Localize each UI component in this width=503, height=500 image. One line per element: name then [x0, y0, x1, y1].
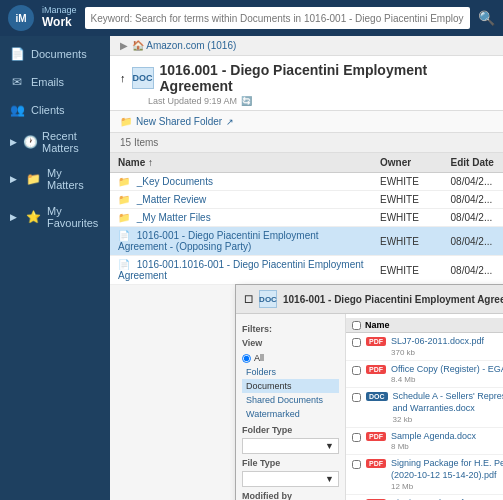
owner-cell: EWHITE	[372, 256, 443, 285]
file-type-dropdown[interactable]: ▼	[242, 471, 339, 487]
table-row[interactable]: 📁 _My Matter Files EWHITE 08/04/2...	[110, 209, 503, 227]
popup-body: Filters: View All Folders Documents Shar…	[236, 314, 503, 500]
name-col-header: Name	[365, 320, 390, 330]
doc-subtitle: Last Updated 9:19 AM 🔄	[148, 96, 493, 106]
owner-cell: EWHITE	[372, 191, 443, 209]
external-link-icon: ↗	[226, 117, 234, 127]
popup-file-name: Signing Package for H.E. Pennypacker (20…	[391, 458, 503, 481]
new-folder-icon: 📁	[120, 116, 132, 127]
my-favourites-icon: ⭐	[26, 210, 40, 224]
file-detail-popup: ☐ DOC 1016-001 - Diego Piacentini Employ…	[235, 284, 503, 500]
file-checkbox[interactable]	[352, 393, 361, 402]
filter-label: Filters:	[242, 324, 339, 334]
folder-icon: 📁	[118, 194, 130, 205]
popup-checkbox[interactable]: ☐	[244, 294, 253, 305]
owner-cell: EWHITE	[372, 227, 443, 256]
list-item[interactable]: PDF Signing Package for H.E. Pennypacker…	[346, 455, 503, 494]
popup-file-name: SLJ7-06-2011.docx.pdf	[391, 336, 484, 348]
filter-shared-docs[interactable]: Shared Documents	[242, 393, 339, 407]
date-cell: 08/04/2...	[443, 256, 503, 285]
popup-file-name: Schedule A - Sellers' Representations an…	[393, 391, 503, 414]
back-arrow[interactable]: ↑	[120, 72, 126, 84]
popup-file-items-container: PDF SLJ7-06-2011.docx.pdf 370 kb PDF Off…	[346, 333, 503, 500]
file-name[interactable]: _My Matter Files	[137, 212, 211, 223]
topbar: iM iManage Work 🔍	[0, 0, 503, 36]
breadcrumb-arrow: ▶	[120, 40, 128, 51]
recent-matters-icon: 🕐	[23, 135, 38, 149]
doc-title: 1016.001 - Diego Piacentini Employment A…	[160, 62, 494, 94]
table-row[interactable]: 📄 1016-001 - Diego Piacentini Employment…	[110, 227, 503, 256]
sidebar-item-recent-matters[interactable]: ▶ 🕐 Recent Matters	[0, 124, 110, 160]
filter-folders[interactable]: Folders	[242, 365, 339, 379]
filter-watermarked[interactable]: Watermarked	[242, 407, 339, 421]
table-row[interactable]: 📁 _Key Documents EWHITE 08/04/2...	[110, 173, 503, 191]
refresh-icon[interactable]: 🔄	[241, 96, 252, 106]
col-header-owner[interactable]: Owner	[372, 153, 443, 173]
table-row[interactable]: 📁 _Matter Review EWHITE 08/04/2...	[110, 191, 503, 209]
filter-radio-all[interactable]	[242, 354, 251, 363]
document-header: ↑ DOC 1016.001 - Diego Piacentini Employ…	[110, 56, 503, 111]
doc-icon: DOC	[132, 67, 154, 89]
popup-file-size: 8.4 Mb	[391, 375, 503, 384]
owner-cell: EWHITE	[372, 173, 443, 191]
new-shared-folder-button[interactable]: 📁 New Shared Folder ↗	[120, 116, 234, 127]
date-cell: 08/04/2...	[443, 173, 503, 191]
col-header-date[interactable]: Edit Date	[443, 153, 503, 173]
file-checkbox[interactable]	[352, 338, 361, 347]
modified-by-label: Modified by	[242, 491, 339, 500]
emails-icon: ✉	[10, 75, 24, 89]
filter-view-all[interactable]: All	[242, 351, 339, 365]
doc-toolbar: 📁 New Shared Folder ↗	[110, 111, 503, 133]
list-item[interactable]: PDF Office Copy (Register) - EGA42033.pd…	[346, 361, 503, 389]
file-name[interactable]: _Matter Review	[137, 194, 206, 205]
content-area: ▶ 🏠 Amazon.com (1016) ↑ DOC 1016.001 - D…	[110, 36, 503, 500]
expand-icon-3: ▶	[10, 212, 17, 222]
list-item[interactable]: PDF Signing Package for Am Urosibog (201…	[346, 495, 503, 500]
documents-icon: 📄	[10, 47, 24, 61]
pdf-badge: PDF	[366, 337, 386, 346]
sidebar-item-my-matters[interactable]: ▶ 📁 My Matters	[0, 160, 110, 198]
popup-file-size: 12 Mb	[391, 482, 503, 491]
file-name[interactable]: _Key Documents	[137, 176, 213, 187]
search-icon[interactable]: 🔍	[478, 10, 495, 26]
breadcrumb-icon: 🏠	[132, 40, 144, 51]
pdf-badge: PDF	[366, 432, 386, 441]
popup-file-name: Office Copy (Register) - EGA42033.pdf	[391, 364, 503, 376]
select-all-checkbox[interactable]	[352, 321, 361, 330]
my-matters-icon: 📁	[26, 172, 40, 186]
file-checkbox[interactable]	[352, 433, 361, 442]
sidebar: 📄 Documents ✉ Emails 👥 Clients ▶ 🕐 Recen…	[0, 36, 110, 500]
date-cell: 08/04/2...	[443, 227, 503, 256]
popup-filters: Filters: View All Folders Documents Shar…	[236, 314, 346, 500]
brand-label: iManage Work	[42, 6, 77, 29]
file-icon: 📄	[118, 259, 130, 270]
file-checkbox[interactable]	[352, 460, 361, 469]
col-header-name[interactable]: Name ↑	[110, 153, 372, 173]
sidebar-item-documents[interactable]: 📄 Documents	[0, 40, 110, 68]
folder-type-dropdown[interactable]: ▼	[242, 438, 339, 454]
clients-icon: 👥	[10, 103, 24, 117]
sidebar-item-clients[interactable]: 👥 Clients	[0, 96, 110, 124]
search-input[interactable]	[85, 7, 470, 29]
popup-file-list: Name PDF SLJ7-06-2011.docx.pdf 370 kb PD…	[346, 314, 503, 500]
filter-documents[interactable]: Documents	[242, 379, 339, 393]
popup-file-size: 370 kb	[391, 348, 484, 357]
date-cell: 08/04/2...	[443, 191, 503, 209]
table-row[interactable]: 📄 1016-001.1016-001 - Diego Piacentini E…	[110, 256, 503, 285]
folder-icon: 📁	[118, 212, 130, 223]
breadcrumb: ▶ 🏠 Amazon.com (1016)	[110, 36, 503, 56]
main-layout: 📄 Documents ✉ Emails 👥 Clients ▶ 🕐 Recen…	[0, 36, 503, 500]
list-item[interactable]: PDF Sample Agenda.docx 8 Mb	[346, 428, 503, 456]
sidebar-item-my-favourites[interactable]: ▶ ⭐ My Favourites	[0, 198, 110, 236]
breadcrumb-link[interactable]: 🏠 Amazon.com (1016)	[132, 40, 236, 51]
popup-doc-icon: DOC	[259, 290, 277, 308]
list-item[interactable]: PDF SLJ7-06-2011.docx.pdf 370 kb	[346, 333, 503, 361]
popup-file-size: 32 kb	[393, 415, 503, 424]
file-name[interactable]: 1016-001.1016-001 - Diego Piacentini Emp…	[118, 259, 364, 281]
view-filter-label: View	[242, 338, 339, 348]
doc-title-row: ↑ DOC 1016.001 - Diego Piacentini Employ…	[120, 62, 493, 94]
file-name[interactable]: 1016-001 - Diego Piacentini Employment A…	[118, 230, 319, 252]
list-item[interactable]: DOC Schedule A - Sellers' Representation…	[346, 388, 503, 427]
sidebar-item-emails[interactable]: ✉ Emails	[0, 68, 110, 96]
file-checkbox[interactable]	[352, 366, 361, 375]
